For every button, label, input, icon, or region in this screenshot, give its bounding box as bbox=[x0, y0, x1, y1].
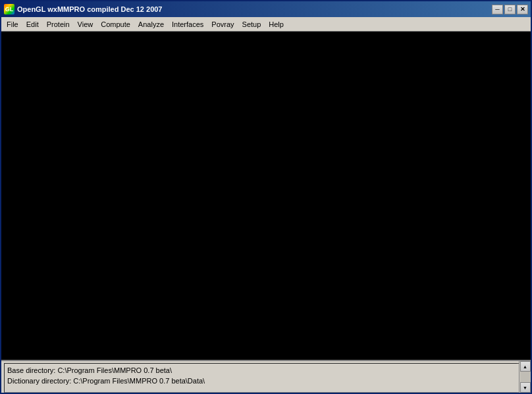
menu-bar: File Edit Protein View Compute Analyze I… bbox=[1, 17, 531, 32]
close-icon: ✕ bbox=[520, 6, 525, 12]
menu-item-protein[interactable]: Protein bbox=[43, 18, 74, 31]
menu-item-help[interactable]: Help bbox=[265, 18, 288, 31]
app-icon: GL bbox=[4, 4, 14, 14]
scroll-up-button[interactable]: ▲ bbox=[520, 361, 531, 372]
title-bar-left: GL OpenGL wxMMPRO compiled Dec 12 2007 bbox=[4, 4, 162, 14]
opengl-canvas[interactable] bbox=[1, 32, 531, 360]
app-icon-container: GL bbox=[4, 4, 14, 14]
window-title: OpenGL wxMMPRO compiled Dec 12 2007 bbox=[17, 5, 162, 13]
menu-item-file[interactable]: File bbox=[3, 18, 22, 31]
close-button[interactable]: ✕ bbox=[517, 5, 528, 14]
minimize-button[interactable]: ─ bbox=[492, 5, 503, 14]
scroll-down-button[interactable]: ▼ bbox=[520, 382, 531, 393]
scroll-track[interactable] bbox=[520, 372, 531, 382]
main-window: GL OpenGL wxMMPRO compiled Dec 12 2007 ─… bbox=[0, 0, 532, 394]
status-scrollbar[interactable]: ▲ ▼ bbox=[519, 361, 531, 393]
title-bar-buttons: ─ □ ✕ bbox=[492, 5, 528, 14]
status-bar-inner: Base directory: C:\Program Files\MMPRO 0… bbox=[4, 363, 528, 393]
title-bar: GL OpenGL wxMMPRO compiled Dec 12 2007 ─… bbox=[1, 1, 531, 17]
menu-item-povray[interactable]: Povray bbox=[207, 18, 238, 31]
menu-item-setup[interactable]: Setup bbox=[238, 18, 265, 31]
menu-item-edit[interactable]: Edit bbox=[22, 18, 43, 31]
menu-item-interfaces[interactable]: Interfaces bbox=[168, 18, 207, 31]
minimize-icon: ─ bbox=[495, 6, 499, 12]
status-line-2: Dictionary directory: C:\Program Files\M… bbox=[7, 376, 514, 386]
scroll-up-icon: ▲ bbox=[523, 364, 527, 369]
menu-item-analyze[interactable]: Analyze bbox=[134, 18, 168, 31]
menu-item-view[interactable]: View bbox=[74, 18, 97, 31]
maximize-icon: □ bbox=[508, 6, 512, 12]
app-icon-label: GL bbox=[5, 6, 14, 12]
status-bar: Base directory: C:\Program Files\MMPRO 0… bbox=[1, 360, 531, 393]
menu-item-compute[interactable]: Compute bbox=[97, 18, 134, 31]
status-line-1: Base directory: C:\Program Files\MMPRO 0… bbox=[7, 365, 514, 376]
maximize-button[interactable]: □ bbox=[504, 5, 516, 14]
scroll-down-icon: ▼ bbox=[523, 385, 527, 390]
